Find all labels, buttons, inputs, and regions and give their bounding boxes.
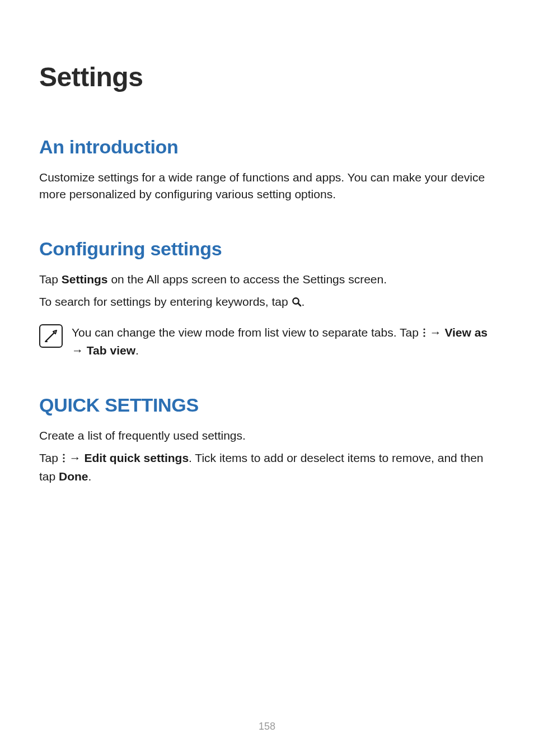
arrow-text: → — [66, 451, 85, 464]
note-icon — [39, 324, 63, 348]
text: . — [135, 344, 139, 357]
text: Tap — [39, 451, 62, 464]
svg-point-7 — [423, 335, 425, 337]
quick-p1: Create a list of frequently used setting… — [39, 427, 495, 444]
section-heading-config: Configuring settings — [39, 238, 495, 260]
arrow-text: → — [72, 344, 87, 357]
svg-line-1 — [298, 304, 301, 306]
section-heading-quick: QUICK SETTINGS — [39, 394, 495, 416]
quick-p2: Tap → Edit quick settings. Tick items to… — [39, 450, 495, 485]
note-callout: You can change the view mode from list v… — [39, 324, 495, 360]
page-number: 158 — [0, 721, 534, 732]
intro-body: Customize settings for a wide range of f… — [39, 169, 495, 203]
text: You can change the view mode from list v… — [72, 326, 422, 339]
config-p1: Tap Settings on the All apps screen to a… — [39, 271, 495, 288]
text: Tap — [39, 273, 62, 286]
svg-point-9 — [63, 457, 64, 459]
text: To search for settings by entering keywo… — [39, 295, 292, 308]
search-icon — [292, 295, 302, 311]
page-title: Settings — [39, 62, 495, 92]
svg-point-10 — [63, 460, 64, 462]
bold-settings: Settings — [62, 273, 108, 286]
more-options-icon — [422, 325, 427, 342]
config-p2: To search for settings by entering keywo… — [39, 293, 495, 311]
document-page: Settings An introduction Customize setti… — [0, 0, 534, 485]
bold-view-as: View as — [444, 326, 488, 339]
note-text: You can change the view mode from list v… — [72, 324, 495, 360]
section-heading-intro: An introduction — [39, 136, 495, 158]
svg-point-5 — [423, 328, 425, 330]
arrow-text: → — [427, 326, 445, 339]
svg-point-8 — [63, 454, 64, 455]
text: . — [302, 295, 305, 308]
text: . — [88, 470, 92, 483]
bold-done: Done — [59, 470, 88, 483]
svg-point-6 — [423, 332, 425, 333]
bold-edit-quick: Edit quick settings — [84, 451, 189, 464]
bold-tab-view: Tab view — [87, 344, 135, 357]
text: on the All apps screen to access the Set… — [108, 273, 387, 286]
svg-line-2 — [46, 333, 54, 341]
more-options-icon — [62, 451, 66, 468]
